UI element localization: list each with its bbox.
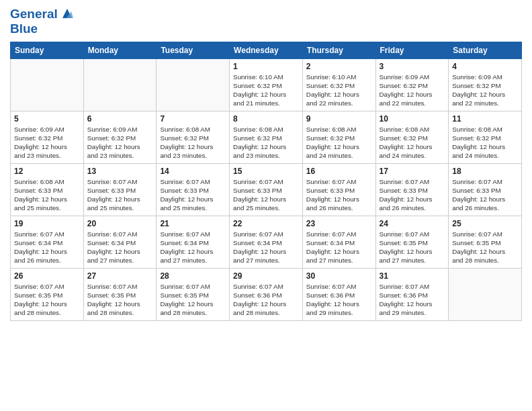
day-info: Sunrise: 6:07 AMSunset: 6:35 PMDaylight:…: [87, 282, 153, 318]
calendar-day-9: 9Sunrise: 6:08 AMSunset: 6:32 PMDaylight…: [302, 111, 375, 163]
day-info: Sunrise: 6:09 AMSunset: 6:32 PMDaylight:…: [380, 73, 445, 108]
day-number: 25: [452, 219, 518, 228]
calendar-day-7: 7Sunrise: 6:08 AMSunset: 6:32 PMDaylight…: [157, 111, 230, 163]
logo-blue: Blue: [10, 21, 75, 36]
calendar-day-27: 27Sunrise: 6:07 AMSunset: 6:35 PMDayligh…: [83, 268, 157, 320]
day-info: Sunrise: 6:07 AMSunset: 6:33 PMDaylight:…: [306, 177, 372, 213]
day-number: 6: [87, 114, 153, 124]
logo: General Blue: [10, 7, 75, 36]
calendar-day-25: 25Sunrise: 6:07 AMSunset: 6:35 PMDayligh…: [449, 216, 522, 268]
day-info: Sunrise: 6:07 AMSunset: 6:34 PMDaylight:…: [160, 230, 226, 265]
calendar-day-1: 1Sunrise: 6:10 AMSunset: 6:32 PMDaylight…: [230, 58, 303, 111]
day-number: 29: [233, 271, 299, 281]
calendar-day-12: 12Sunrise: 6:08 AMSunset: 6:33 PMDayligh…: [11, 163, 84, 216]
calendar-day-15: 15Sunrise: 6:07 AMSunset: 6:33 PMDayligh…: [230, 163, 303, 216]
weekday-monday: Monday: [83, 42, 157, 58]
day-info: Sunrise: 6:07 AMSunset: 6:33 PMDaylight:…: [452, 177, 518, 213]
day-number: 28: [160, 271, 226, 281]
calendar-day-18: 18Sunrise: 6:07 AMSunset: 6:33 PMDayligh…: [449, 163, 522, 216]
calendar-day-2: 2Sunrise: 6:10 AMSunset: 6:32 PMDaylight…: [302, 58, 375, 111]
empty-cell: [157, 58, 230, 111]
weekday-tuesday: Tuesday: [157, 42, 230, 58]
calendar-day-16: 16Sunrise: 6:07 AMSunset: 6:33 PMDayligh…: [302, 163, 375, 216]
day-info: Sunrise: 6:07 AMSunset: 6:33 PMDaylight:…: [160, 177, 226, 213]
day-number: 19: [14, 219, 80, 228]
calendar-day-23: 23Sunrise: 6:07 AMSunset: 6:34 PMDayligh…: [302, 216, 375, 268]
calendar-week-5: 26Sunrise: 6:07 AMSunset: 6:35 PMDayligh…: [11, 268, 522, 320]
day-info: Sunrise: 6:07 AMSunset: 6:34 PMDaylight:…: [14, 230, 80, 265]
day-number: 20: [87, 219, 153, 228]
calendar-day-24: 24Sunrise: 6:07 AMSunset: 6:35 PMDayligh…: [375, 216, 449, 268]
weekday-saturday: Saturday: [449, 42, 522, 58]
day-number: 12: [14, 167, 80, 176]
day-info: Sunrise: 6:07 AMSunset: 6:33 PMDaylight:…: [233, 177, 299, 213]
calendar-day-28: 28Sunrise: 6:07 AMSunset: 6:35 PMDayligh…: [157, 268, 230, 320]
day-number: 5: [14, 114, 80, 124]
weekday-header-row: SundayMondayTuesdayWednesdayThursdayFrid…: [11, 42, 522, 58]
calendar-day-14: 14Sunrise: 6:07 AMSunset: 6:33 PMDayligh…: [157, 163, 230, 216]
day-number: 21: [160, 219, 226, 228]
day-info: Sunrise: 6:07 AMSunset: 6:35 PMDaylight:…: [160, 282, 226, 318]
calendar-day-30: 30Sunrise: 6:07 AMSunset: 6:36 PMDayligh…: [302, 268, 375, 320]
day-number: 31: [380, 271, 445, 281]
day-number: 1: [233, 62, 299, 71]
day-info: Sunrise: 6:07 AMSunset: 6:33 PMDaylight:…: [380, 177, 445, 213]
day-number: 27: [87, 271, 153, 281]
calendar-day-6: 6Sunrise: 6:09 AMSunset: 6:32 PMDaylight…: [83, 111, 157, 163]
calendar-day-31: 31Sunrise: 6:07 AMSunset: 6:36 PMDayligh…: [375, 268, 449, 320]
weekday-wednesday: Wednesday: [230, 42, 303, 58]
empty-cell: [11, 58, 84, 111]
empty-cell: [83, 58, 157, 111]
calendar-day-13: 13Sunrise: 6:07 AMSunset: 6:33 PMDayligh…: [83, 163, 157, 216]
day-number: 8: [233, 114, 299, 124]
day-number: 24: [380, 219, 445, 228]
calendar-day-26: 26Sunrise: 6:07 AMSunset: 6:35 PMDayligh…: [11, 268, 84, 320]
calendar-week-1: 1Sunrise: 6:10 AMSunset: 6:32 PMDaylight…: [11, 58, 522, 111]
calendar-day-19: 19Sunrise: 6:07 AMSunset: 6:34 PMDayligh…: [11, 216, 84, 268]
day-info: Sunrise: 6:07 AMSunset: 6:36 PMDaylight:…: [306, 282, 372, 318]
day-number: 23: [306, 219, 372, 228]
day-number: 14: [160, 167, 226, 176]
calendar-day-20: 20Sunrise: 6:07 AMSunset: 6:34 PMDayligh…: [83, 216, 157, 268]
day-number: 9: [306, 114, 372, 124]
calendar-day-4: 4Sunrise: 6:09 AMSunset: 6:32 PMDaylight…: [449, 58, 522, 111]
day-info: Sunrise: 6:08 AMSunset: 6:32 PMDaylight:…: [233, 125, 299, 161]
calendar-day-22: 22Sunrise: 6:07 AMSunset: 6:34 PMDayligh…: [230, 216, 303, 268]
calendar-table: SundayMondayTuesdayWednesdayThursdayFrid…: [10, 42, 522, 321]
day-info: Sunrise: 6:07 AMSunset: 6:35 PMDaylight:…: [14, 282, 80, 318]
day-info: Sunrise: 6:07 AMSunset: 6:34 PMDaylight:…: [233, 230, 299, 265]
logo-general: General: [10, 7, 58, 21]
day-info: Sunrise: 6:07 AMSunset: 6:34 PMDaylight:…: [306, 230, 372, 265]
day-number: 3: [380, 62, 445, 71]
weekday-thursday: Thursday: [302, 42, 375, 58]
day-number: 4: [452, 62, 518, 71]
weekday-sunday: Sunday: [11, 42, 84, 58]
calendar-week-3: 12Sunrise: 6:08 AMSunset: 6:33 PMDayligh…: [11, 163, 522, 216]
calendar-day-29: 29Sunrise: 6:07 AMSunset: 6:36 PMDayligh…: [230, 268, 303, 320]
calendar-header: General Blue: [10, 7, 522, 36]
calendar-day-8: 8Sunrise: 6:08 AMSunset: 6:32 PMDaylight…: [230, 111, 303, 163]
calendar-day-3: 3Sunrise: 6:09 AMSunset: 6:32 PMDaylight…: [375, 58, 449, 111]
day-number: 22: [233, 219, 299, 228]
day-info: Sunrise: 6:09 AMSunset: 6:32 PMDaylight:…: [87, 125, 153, 161]
day-number: 2: [306, 62, 372, 71]
weekday-friday: Friday: [375, 42, 449, 58]
calendar-day-17: 17Sunrise: 6:07 AMSunset: 6:33 PMDayligh…: [375, 163, 449, 216]
calendar-day-5: 5Sunrise: 6:09 AMSunset: 6:32 PMDaylight…: [11, 111, 84, 163]
day-info: Sunrise: 6:07 AMSunset: 6:35 PMDaylight:…: [380, 230, 445, 265]
day-number: 11: [452, 114, 518, 124]
calendar-day-11: 11Sunrise: 6:08 AMSunset: 6:32 PMDayligh…: [449, 111, 522, 163]
day-number: 30: [306, 271, 372, 281]
calendar-day-21: 21Sunrise: 6:07 AMSunset: 6:34 PMDayligh…: [157, 216, 230, 268]
day-info: Sunrise: 6:07 AMSunset: 6:36 PMDaylight:…: [380, 282, 445, 318]
day-number: 10: [380, 114, 445, 124]
day-number: 17: [380, 167, 445, 176]
day-number: 18: [452, 167, 518, 176]
day-info: Sunrise: 6:07 AMSunset: 6:36 PMDaylight:…: [233, 282, 299, 318]
day-info: Sunrise: 6:08 AMSunset: 6:33 PMDaylight:…: [14, 177, 80, 213]
logo-icon: [60, 6, 75, 21]
day-info: Sunrise: 6:08 AMSunset: 6:32 PMDaylight:…: [452, 125, 518, 161]
day-info: Sunrise: 6:08 AMSunset: 6:32 PMDaylight:…: [380, 125, 445, 161]
day-info: Sunrise: 6:09 AMSunset: 6:32 PMDaylight:…: [14, 125, 80, 161]
day-number: 7: [160, 114, 226, 124]
